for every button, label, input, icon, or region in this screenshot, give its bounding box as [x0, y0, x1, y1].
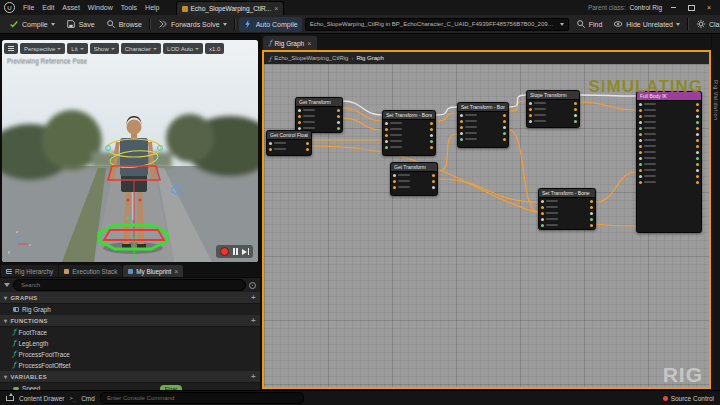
- input-pin[interactable]: [269, 142, 272, 145]
- find-button[interactable]: Find: [572, 17, 607, 32]
- class-settings-button[interactable]: Class Settings: [692, 17, 720, 32]
- list-item[interactable]: ƒProcessFootTrace: [0, 349, 260, 360]
- maximize-button[interactable]: [684, 2, 698, 13]
- input-pin[interactable]: [385, 122, 388, 125]
- output-pin[interactable]: [696, 115, 699, 118]
- output-pin[interactable]: [306, 142, 309, 145]
- debug-object-selector[interactable]: Echo_SlopeWarping_CtlRig in BP_EchoChara…: [305, 18, 569, 31]
- save-button[interactable]: Save: [62, 17, 99, 32]
- filter-icon[interactable]: [4, 283, 10, 287]
- output-pin[interactable]: [503, 114, 506, 117]
- output-pin[interactable]: [430, 128, 433, 131]
- output-pin[interactable]: [696, 157, 699, 160]
- output-pin[interactable]: [696, 151, 699, 154]
- tab-rig-hierarchy[interactable]: Rig Hierarchy: [1, 265, 58, 277]
- output-pin[interactable]: [503, 126, 506, 129]
- output-pin[interactable]: [337, 121, 340, 124]
- input-pin[interactable]: [639, 151, 642, 154]
- output-pin[interactable]: [696, 133, 699, 136]
- graph-node[interactable]: Slope Transform: [526, 90, 580, 128]
- graph-node[interactable]: Set Transform - Bone: [538, 188, 596, 230]
- output-pin[interactable]: [430, 140, 433, 143]
- graph-node[interactable]: Get Control Float: [266, 130, 312, 156]
- output-pin[interactable]: [696, 121, 699, 124]
- input-pin[interactable]: [639, 133, 642, 136]
- input-pin[interactable]: [541, 224, 544, 227]
- input-pin[interactable]: [639, 109, 642, 112]
- unreal-logo-icon[interactable]: U: [4, 2, 15, 13]
- browse-button[interactable]: Browse: [102, 17, 146, 32]
- input-pin[interactable]: [639, 139, 642, 142]
- graph-node[interactable]: Set Transform - Bone: [382, 110, 436, 156]
- section-header-functions[interactable]: ▾FUNCTIONS+: [0, 315, 260, 327]
- output-pin[interactable]: [430, 134, 433, 137]
- menu-help[interactable]: Help: [141, 4, 163, 11]
- gear-icon[interactable]: [249, 282, 256, 289]
- parent-class-value[interactable]: Control Rig: [629, 4, 662, 11]
- input-pin[interactable]: [385, 128, 388, 131]
- input-pin[interactable]: [541, 206, 544, 209]
- tab-execution-stack[interactable]: Execution Stack: [59, 265, 122, 277]
- input-pin[interactable]: [639, 163, 642, 166]
- output-pin[interactable]: [696, 109, 699, 112]
- input-pin[interactable]: [639, 169, 642, 172]
- input-pin[interactable]: [298, 115, 301, 118]
- input-pin[interactable]: [460, 138, 463, 141]
- input-pin[interactable]: [639, 127, 642, 130]
- list-item[interactable]: ƒLegLength: [0, 338, 260, 349]
- output-pin[interactable]: [574, 102, 577, 105]
- list-item[interactable]: ƒFootTrace: [0, 327, 260, 338]
- graph-node[interactable]: Get Transform: [295, 97, 343, 133]
- input-pin[interactable]: [529, 108, 532, 111]
- output-pin[interactable]: [696, 175, 699, 178]
- playback-speed-button[interactable]: x1.0: [205, 43, 224, 54]
- add-icon[interactable]: +: [251, 373, 256, 381]
- breadcrumb-root[interactable]: Echo_SlopeWarping_CtlRig: [274, 55, 348, 61]
- input-pin[interactable]: [639, 103, 642, 106]
- output-pin[interactable]: [590, 224, 593, 227]
- input-pin[interactable]: [385, 134, 388, 137]
- tab-rig-validation[interactable]: Rig Validation: [713, 80, 719, 390]
- input-pin[interactable]: [460, 126, 463, 129]
- close-button[interactable]: ×: [702, 2, 716, 13]
- input-pin[interactable]: [460, 132, 463, 135]
- output-pin[interactable]: [432, 186, 435, 189]
- step-forward-button[interactable]: [242, 248, 250, 255]
- output-pin[interactable]: [696, 163, 699, 166]
- content-drawer-button[interactable]: Content Drawer: [19, 395, 65, 402]
- compile-button[interactable]: Compile: [5, 17, 59, 32]
- lit-button[interactable]: Lit: [67, 43, 87, 54]
- output-pin[interactable]: [696, 127, 699, 130]
- output-pin[interactable]: [696, 145, 699, 148]
- output-pin[interactable]: [503, 132, 506, 135]
- section-header-graphs[interactable]: ▾GRAPHS+: [0, 292, 260, 304]
- show-button[interactable]: Show: [90, 43, 119, 54]
- output-pin[interactable]: [503, 120, 506, 123]
- output-pin[interactable]: [590, 218, 593, 221]
- lod-button[interactable]: LOD Auto: [163, 43, 203, 54]
- menu-tools[interactable]: Tools: [117, 4, 141, 11]
- menu-window[interactable]: Window: [84, 4, 117, 11]
- output-pin[interactable]: [574, 108, 577, 111]
- forwards-solve-button[interactable]: Forwards Solve: [154, 17, 231, 32]
- input-pin[interactable]: [529, 114, 532, 117]
- output-pin[interactable]: [590, 200, 593, 203]
- add-icon[interactable]: +: [251, 294, 256, 302]
- perspective-button[interactable]: Perspective: [20, 43, 65, 54]
- output-pin[interactable]: [503, 138, 506, 141]
- output-pin[interactable]: [696, 103, 699, 106]
- output-pin[interactable]: [696, 181, 699, 184]
- output-pin[interactable]: [574, 120, 577, 123]
- input-pin[interactable]: [298, 121, 301, 124]
- input-pin[interactable]: [393, 174, 396, 177]
- input-pin[interactable]: [460, 120, 463, 123]
- rig-graph-editor[interactable]: ƒ Echo_SlopeWarping_CtlRig › Rig Graph G…: [262, 50, 711, 389]
- input-pin[interactable]: [541, 200, 544, 203]
- input-pin[interactable]: [541, 218, 544, 221]
- list-item[interactable]: Rig Graph: [0, 304, 260, 315]
- input-pin[interactable]: [639, 115, 642, 118]
- add-icon[interactable]: +: [251, 317, 256, 325]
- input-pin[interactable]: [385, 140, 388, 143]
- menu-file[interactable]: File: [19, 4, 38, 11]
- input-pin[interactable]: [639, 175, 642, 178]
